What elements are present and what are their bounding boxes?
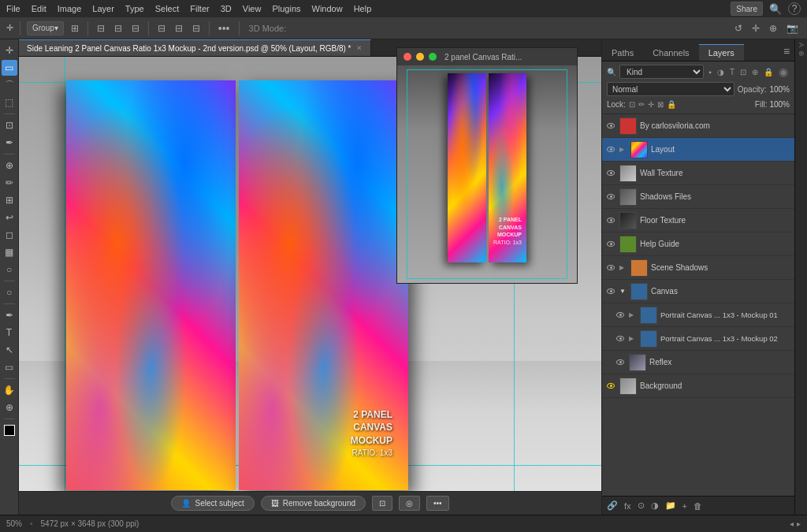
lock-image-icon[interactable]: ✏ bbox=[638, 100, 645, 109]
layer-visibility-toggle[interactable] bbox=[605, 215, 616, 226]
filter-adjust-icon[interactable]: ◑ bbox=[716, 67, 726, 77]
zoom-3d-icon[interactable]: ⊕ bbox=[767, 23, 779, 34]
window-maximize-button[interactable] bbox=[429, 53, 437, 61]
tab-paths[interactable]: Paths bbox=[602, 44, 643, 61]
filter-text-icon[interactable]: T bbox=[728, 67, 736, 77]
refine-tool-button[interactable]: ◎ bbox=[399, 496, 420, 511]
align-bottom-icon[interactable]: ⊟ bbox=[190, 23, 203, 34]
more-options-icon[interactable]: ••• bbox=[216, 22, 232, 35]
move-tool[interactable]: ✛ bbox=[2, 43, 17, 58]
layer-visibility-toggle[interactable] bbox=[605, 144, 616, 155]
layer-item[interactable]: Background bbox=[602, 374, 794, 398]
help-icon[interactable]: ? bbox=[788, 2, 801, 15]
menu-item-edit[interactable]: Edit bbox=[32, 4, 46, 13]
scroll-right-icon[interactable]: ▸ bbox=[797, 519, 801, 528]
grid-icon[interactable]: ⊞ bbox=[69, 23, 81, 34]
layer-expand-arrow[interactable]: ▶ bbox=[619, 146, 627, 153]
group-selector[interactable]: Group ▾ bbox=[27, 21, 64, 35]
gradient-tool[interactable]: ▦ bbox=[2, 244, 17, 260]
pan-3d-icon[interactable]: ✛ bbox=[749, 23, 762, 34]
eraser-tool[interactable]: ◻ bbox=[2, 227, 17, 243]
panel-menu-icon[interactable]: ≡ bbox=[779, 45, 794, 61]
layer-item[interactable]: Help Guide bbox=[602, 233, 794, 256]
layer-expand-arrow[interactable]: ▶ bbox=[629, 335, 637, 342]
menu-item-plugins[interactable]: Plugins bbox=[272, 4, 300, 13]
blur-tool[interactable]: ○ bbox=[2, 262, 17, 277]
main-document-tab[interactable]: Side Leaning 2 Panel Canvas Ratio 1x3 Mo… bbox=[19, 39, 371, 57]
foreground-color[interactable] bbox=[2, 422, 17, 438]
move-tool-icon[interactable]: ✛ bbox=[6, 23, 13, 33]
menu-item-layer[interactable]: Layer bbox=[92, 4, 114, 13]
layer-item[interactable]: ▶ Scene Shadows bbox=[602, 256, 794, 280]
camera-icon[interactable]: 📷 bbox=[784, 23, 801, 34]
rotate-3d-icon[interactable]: ↺ bbox=[732, 23, 745, 34]
layer-item[interactable]: ▶ Layout bbox=[602, 138, 794, 162]
filter-toggle-icon[interactable]: ◉ bbox=[777, 65, 790, 79]
tab-close-button[interactable]: ✕ bbox=[356, 44, 363, 52]
selection-tool[interactable]: ▭ bbox=[2, 60, 17, 76]
filter-lock-icon[interactable]: 🔒 bbox=[762, 67, 775, 77]
side-icon-1[interactable]: A bbox=[798, 43, 805, 47]
blend-mode-select[interactable]: Normal bbox=[607, 82, 734, 96]
eyedropper-tool[interactable]: ✒ bbox=[2, 135, 17, 151]
align-left-icon[interactable]: ⊟ bbox=[95, 23, 107, 34]
dodge-tool[interactable]: ○ bbox=[2, 285, 17, 300]
brush-tool[interactable]: ✏ bbox=[2, 175, 17, 191]
layer-visibility-toggle[interactable] bbox=[605, 262, 616, 273]
lasso-tool[interactable]: ⌒ bbox=[2, 77, 17, 93]
new-layer-icon[interactable]: + bbox=[682, 501, 687, 511]
layer-item[interactable]: Wall Texture bbox=[602, 162, 794, 185]
filter-shape-icon[interactable]: ⊡ bbox=[738, 67, 748, 77]
shape-tool[interactable]: ▭ bbox=[2, 359, 17, 375]
window-minimize-button[interactable] bbox=[416, 53, 424, 61]
more-tools-button[interactable]: ••• bbox=[426, 496, 449, 511]
share-button[interactable]: Share bbox=[731, 2, 763, 16]
layer-visibility-toggle[interactable] bbox=[605, 192, 616, 203]
layer-visibility-toggle[interactable] bbox=[605, 239, 616, 250]
history-brush-tool[interactable]: ↩ bbox=[2, 210, 17, 225]
layer-item[interactable]: Floor Texture bbox=[602, 209, 794, 233]
lock-transparency-icon[interactable]: ⊡ bbox=[629, 100, 635, 109]
window-close-button[interactable] bbox=[404, 53, 411, 61]
layer-item[interactable]: By carlosviloria.com bbox=[602, 114, 794, 138]
align-center-h-icon[interactable]: ⊟ bbox=[112, 23, 125, 34]
scroll-left-icon[interactable]: ◂ bbox=[790, 519, 794, 528]
side-icon-2[interactable]: ⊕ bbox=[798, 50, 805, 57]
align-right-icon[interactable]: ⊟ bbox=[129, 23, 142, 34]
layer-expand-arrow[interactable]: ▶ bbox=[629, 311, 637, 318]
lock-all-icon[interactable]: 🔒 bbox=[667, 100, 676, 109]
layer-visibility-toggle[interactable] bbox=[615, 333, 626, 344]
tab-layers[interactable]: Layers bbox=[699, 44, 744, 61]
menu-item-image[interactable]: Image bbox=[58, 4, 82, 13]
delete-layer-icon[interactable]: 🗑 bbox=[694, 501, 702, 511]
secondary-document-window[interactable]: 2 panel Canvas Rati... 2 PANELCANVASMOCK… bbox=[396, 47, 578, 284]
lock-position-icon[interactable]: ✛ bbox=[648, 100, 654, 109]
layer-kind-filter[interactable]: Kind bbox=[619, 65, 704, 79]
layer-visibility-toggle[interactable] bbox=[615, 310, 626, 321]
path-select-tool[interactable]: ↖ bbox=[2, 342, 17, 358]
align-center-v-icon[interactable]: ⊟ bbox=[173, 23, 185, 34]
menu-item-view[interactable]: View bbox=[243, 4, 262, 13]
crop-tool-button[interactable]: ⊡ bbox=[372, 496, 392, 511]
layer-visibility-toggle[interactable] bbox=[615, 357, 626, 368]
filter-smart-icon[interactable]: ⊕ bbox=[750, 67, 760, 77]
layer-item[interactable]: Shadows Files bbox=[602, 185, 794, 209]
layer-expand-arrow[interactable]: ▶ bbox=[619, 264, 627, 271]
add-mask-icon[interactable]: ⊙ bbox=[638, 500, 645, 511]
menu-item-help[interactable]: Help bbox=[354, 4, 372, 13]
object-select-tool[interactable]: ⬚ bbox=[2, 95, 17, 110]
layer-expand-arrow[interactable]: ▼ bbox=[619, 288, 627, 295]
menu-item-filter[interactable]: Filter bbox=[190, 4, 209, 13]
new-group-icon[interactable]: 📁 bbox=[665, 500, 676, 511]
healing-brush-tool[interactable]: ⊕ bbox=[2, 158, 17, 173]
menu-item-type[interactable]: Type bbox=[125, 4, 144, 13]
hand-tool[interactable]: ✋ bbox=[2, 382, 17, 398]
lock-artboard-icon[interactable]: ⊠ bbox=[657, 100, 664, 109]
layer-item[interactable]: Reflex bbox=[602, 351, 794, 374]
select-subject-button[interactable]: 👤 Select subject bbox=[171, 496, 254, 511]
layer-item[interactable]: ▶ Portrait Canvas ... 1x3 - Mockup 01 bbox=[602, 303, 794, 327]
new-adjustment-icon[interactable]: ◑ bbox=[651, 500, 659, 511]
zoom-tool[interactable]: ⊕ bbox=[2, 400, 17, 415]
menu-item-select[interactable]: Select bbox=[155, 4, 180, 13]
layer-item[interactable]: ▼ Canvas bbox=[602, 280, 794, 303]
